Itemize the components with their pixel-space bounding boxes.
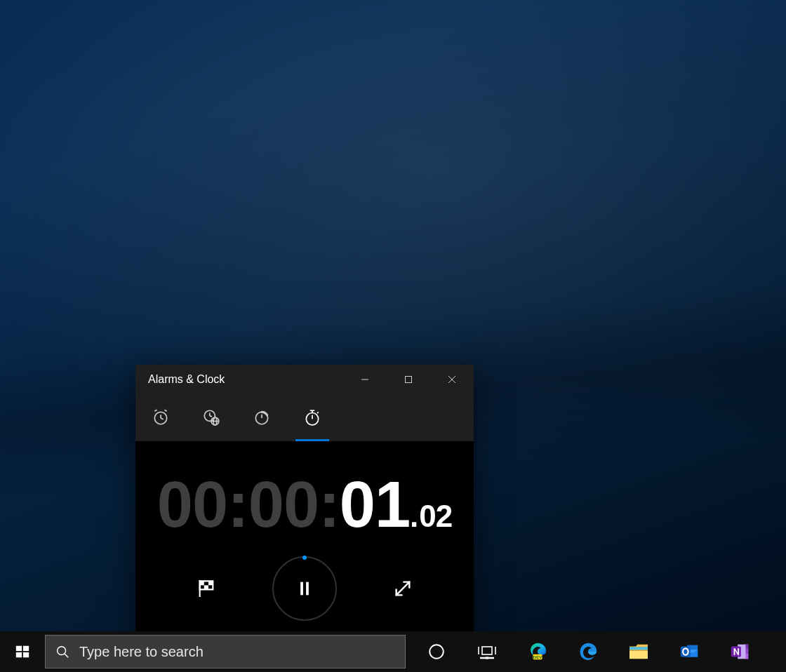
taskbar-onenote[interactable]: [714, 631, 765, 672]
pause-icon: [295, 579, 314, 598]
svg-line-7: [154, 410, 156, 411]
stopwatch-minutes: 00: [248, 472, 319, 537]
stopwatch-centiseconds: 02: [419, 499, 452, 534]
tab-world-clock[interactable]: [186, 394, 237, 441]
svg-rect-25: [204, 585, 208, 589]
timer-icon: [253, 408, 271, 426]
svg-rect-51: [745, 650, 748, 654]
svg-rect-30: [23, 646, 29, 651]
taskbar-task-view[interactable]: [462, 631, 512, 672]
svg-rect-31: [16, 652, 22, 657]
window-close-button[interactable]: [430, 365, 474, 394]
svg-point-33: [58, 647, 66, 655]
dot: .: [410, 499, 418, 534]
svg-rect-36: [482, 647, 492, 654]
taskbar-cortana[interactable]: [411, 631, 462, 672]
stopwatch-controls: [189, 556, 420, 621]
window-titlebar[interactable]: Alarms & Clock: [135, 365, 474, 394]
lap-button[interactable]: [189, 572, 223, 605]
colon: :: [227, 472, 248, 537]
taskbar-search-input[interactable]: [79, 644, 405, 660]
outlook-icon: [679, 641, 700, 662]
onenote-icon: [729, 641, 750, 662]
svg-rect-26: [300, 582, 303, 596]
svg-rect-27: [306, 582, 309, 596]
window-minimize-button[interactable]: [343, 365, 387, 394]
svg-point-35: [429, 645, 444, 659]
svg-line-11: [210, 416, 212, 417]
svg-line-34: [65, 654, 68, 657]
start-button[interactable]: [0, 631, 45, 672]
svg-line-21: [317, 412, 319, 413]
search-icon: [46, 644, 79, 659]
stopwatch-pane: 00 : 00 : 01 . 02: [135, 441, 474, 631]
svg-text:DEV: DEV: [533, 654, 542, 659]
svg-rect-50: [745, 645, 748, 650]
windows-logo-icon: [15, 644, 30, 659]
expand-icon: [392, 577, 414, 600]
pause-button[interactable]: [272, 556, 337, 621]
svg-rect-23: [200, 581, 204, 585]
taskbar: DEV: [0, 631, 786, 672]
tab-stopwatch[interactable]: [287, 394, 338, 441]
svg-line-8: [164, 410, 166, 411]
stopwatch-seconds: 01: [340, 472, 410, 537]
stopwatch-hours: 00: [157, 472, 227, 537]
task-view-icon: [477, 643, 498, 660]
alarm-clock-icon: [152, 408, 170, 426]
svg-rect-32: [23, 652, 29, 657]
tab-timer[interactable]: [237, 394, 287, 441]
world-clock-icon: [202, 408, 220, 426]
svg-line-6: [161, 418, 164, 419]
svg-rect-24: [208, 581, 213, 585]
colon: :: [319, 472, 340, 537]
window-title: Alarms & Clock: [148, 373, 343, 386]
edge-dev-icon: DEV: [527, 641, 548, 662]
edge-icon: [578, 641, 599, 662]
taskbar-pinned-apps: DEV: [411, 631, 765, 672]
svg-rect-40: [486, 657, 488, 659]
taskbar-search[interactable]: [45, 635, 406, 668]
expand-button[interactable]: [386, 572, 420, 605]
taskbar-edge[interactable]: [563, 631, 613, 672]
svg-rect-45: [630, 650, 648, 651]
svg-rect-52: [745, 654, 748, 659]
taskbar-outlook[interactable]: [664, 631, 714, 672]
tab-alarm[interactable]: [135, 394, 186, 441]
window-maximize-button[interactable]: [387, 365, 430, 394]
app-tabs: [135, 394, 474, 441]
svg-rect-29: [16, 646, 22, 651]
svg-rect-44: [630, 647, 648, 650]
svg-line-28: [397, 582, 410, 596]
cortana-icon: [427, 643, 446, 661]
progress-tick: [302, 556, 307, 560]
stopwatch-icon: [303, 408, 321, 426]
taskbar-edge-dev[interactable]: DEV: [512, 631, 563, 672]
flag-icon: [195, 577, 218, 600]
file-explorer-icon: [628, 643, 649, 661]
stopwatch-display: 00 : 00 : 01 . 02: [157, 472, 453, 537]
svg-rect-1: [406, 376, 412, 382]
alarms-clock-window: Alarms & Clock: [135, 365, 474, 631]
taskbar-file-explorer[interactable]: [613, 631, 664, 672]
